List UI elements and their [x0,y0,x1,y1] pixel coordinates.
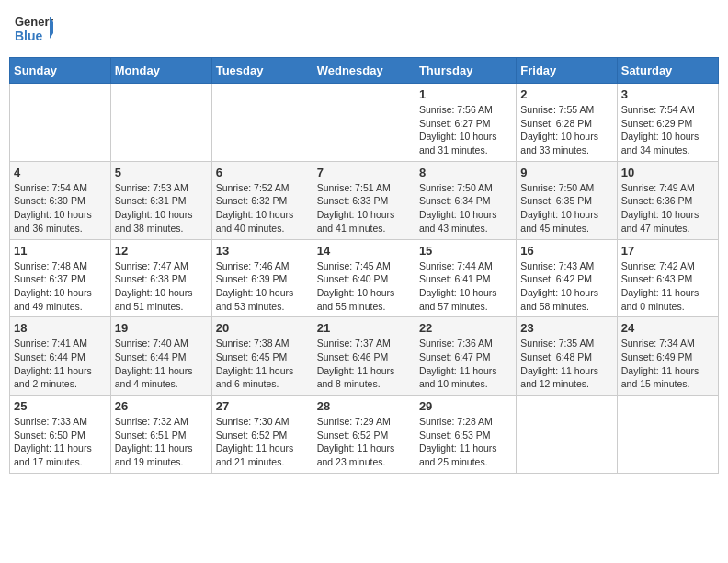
calendar-cell [211,84,313,162]
calendar-cell: 6Sunrise: 7:52 AM Sunset: 6:32 PM Daylig… [211,161,313,239]
day-info: Sunrise: 7:43 AM Sunset: 6:42 PM Dayligh… [520,259,612,314]
day-number: 4 [14,166,107,179]
calendar-week-row: 1Sunrise: 7:56 AM Sunset: 6:27 PM Daylig… [10,84,719,162]
day-info: Sunrise: 7:38 AM Sunset: 6:45 PM Dayligh… [216,337,309,391]
svg-text:Blue: Blue [15,29,43,43]
day-info: Sunrise: 7:50 AM Sunset: 6:35 PM Dayligh… [520,181,612,236]
day-number: 1 [419,87,512,101]
day-info: Sunrise: 7:56 AM Sunset: 6:27 PM Dayligh… [419,103,512,157]
day-number: 6 [216,166,309,179]
weekday-header: Monday [110,58,211,84]
day-info: Sunrise: 7:28 AM Sunset: 6:53 PM Dayligh… [419,415,512,469]
calendar-cell: 11Sunrise: 7:48 AM Sunset: 6:37 PM Dayli… [10,239,111,317]
calendar-cell: 9Sunrise: 7:50 AM Sunset: 6:35 PM Daylig… [517,161,617,239]
weekday-header: Sunday [10,58,111,84]
calendar-cell: 21Sunrise: 7:37 AM Sunset: 6:46 PM Dayli… [313,317,415,396]
calendar-cell: 13Sunrise: 7:46 AM Sunset: 6:39 PM Dayli… [211,239,313,317]
logo-svg: General Blue [13,9,53,50]
calendar-cell: 12Sunrise: 7:47 AM Sunset: 6:38 PM Dayli… [110,239,211,317]
day-number: 19 [115,321,208,335]
calendar-cell [517,396,617,474]
day-number: 26 [115,399,208,413]
day-info: Sunrise: 7:45 AM Sunset: 6:40 PM Dayligh… [317,259,411,314]
day-info: Sunrise: 7:48 AM Sunset: 6:37 PM Dayligh… [14,259,107,314]
day-info: Sunrise: 7:44 AM Sunset: 6:41 PM Dayligh… [419,259,512,314]
day-info: Sunrise: 7:29 AM Sunset: 6:52 PM Dayligh… [317,415,411,469]
day-info: Sunrise: 7:33 AM Sunset: 6:50 PM Dayligh… [14,415,107,469]
weekday-header: Tuesday [211,58,313,84]
day-number: 3 [621,87,714,101]
calendar-cell: 29Sunrise: 7:28 AM Sunset: 6:53 PM Dayli… [415,396,516,474]
svg-text:General: General [15,15,53,29]
day-number: 16 [520,244,612,258]
day-info: Sunrise: 7:41 AM Sunset: 6:44 PM Dayligh… [14,337,107,391]
day-info: Sunrise: 7:49 AM Sunset: 6:36 PM Dayligh… [621,181,714,236]
calendar-week-row: 18Sunrise: 7:41 AM Sunset: 6:44 PM Dayli… [10,317,719,396]
calendar-cell: 20Sunrise: 7:38 AM Sunset: 6:45 PM Dayli… [211,317,313,396]
calendar-cell: 7Sunrise: 7:51 AM Sunset: 6:33 PM Daylig… [313,161,415,239]
calendar-cell: 8Sunrise: 7:50 AM Sunset: 6:34 PM Daylig… [415,161,516,239]
calendar-cell [313,84,415,162]
calendar-cell: 17Sunrise: 7:42 AM Sunset: 6:43 PM Dayli… [617,239,718,317]
day-info: Sunrise: 7:55 AM Sunset: 6:28 PM Dayligh… [520,103,612,157]
day-info: Sunrise: 7:47 AM Sunset: 6:38 PM Dayligh… [115,259,208,314]
day-number: 22 [419,321,512,335]
day-info: Sunrise: 7:46 AM Sunset: 6:39 PM Dayligh… [216,259,309,314]
day-number: 2 [520,87,612,101]
day-number: 15 [419,244,512,258]
calendar-cell: 14Sunrise: 7:45 AM Sunset: 6:40 PM Dayli… [313,239,415,317]
calendar-cell: 26Sunrise: 7:32 AM Sunset: 6:51 PM Dayli… [110,396,211,474]
logo: General Blue [13,9,53,50]
day-number: 8 [419,166,512,179]
weekday-header: Wednesday [313,58,415,84]
day-info: Sunrise: 7:40 AM Sunset: 6:44 PM Dayligh… [115,337,208,391]
calendar-cell [617,396,718,474]
day-info: Sunrise: 7:35 AM Sunset: 6:48 PM Dayligh… [520,337,612,391]
calendar-cell: 5Sunrise: 7:53 AM Sunset: 6:31 PM Daylig… [110,161,211,239]
calendar-cell: 25Sunrise: 7:33 AM Sunset: 6:50 PM Dayli… [10,396,111,474]
weekday-header: Friday [517,58,617,84]
day-info: Sunrise: 7:54 AM Sunset: 6:29 PM Dayligh… [621,103,714,157]
page-header: General Blue [9,9,719,50]
calendar-cell: 16Sunrise: 7:43 AM Sunset: 6:42 PM Dayli… [517,239,617,317]
weekday-header: Thursday [415,58,516,84]
calendar-cell: 1Sunrise: 7:56 AM Sunset: 6:27 PM Daylig… [415,84,516,162]
day-number: 23 [520,321,612,335]
calendar-cell: 22Sunrise: 7:36 AM Sunset: 6:47 PM Dayli… [415,317,516,396]
weekday-header: Saturday [617,58,718,84]
calendar-cell [10,84,111,162]
day-info: Sunrise: 7:54 AM Sunset: 6:30 PM Dayligh… [14,181,107,236]
day-info: Sunrise: 7:52 AM Sunset: 6:32 PM Dayligh… [216,181,309,236]
day-number: 21 [317,321,411,335]
day-number: 12 [115,244,208,258]
calendar-cell: 10Sunrise: 7:49 AM Sunset: 6:36 PM Dayli… [617,161,718,239]
day-number: 17 [621,244,714,258]
day-number: 28 [317,399,411,413]
calendar-cell: 28Sunrise: 7:29 AM Sunset: 6:52 PM Dayli… [313,396,415,474]
day-number: 10 [621,166,714,179]
calendar-cell: 3Sunrise: 7:54 AM Sunset: 6:29 PM Daylig… [617,84,718,162]
day-number: 11 [14,244,107,258]
calendar-cell: 23Sunrise: 7:35 AM Sunset: 6:48 PM Dayli… [517,317,617,396]
calendar-week-row: 4Sunrise: 7:54 AM Sunset: 6:30 PM Daylig… [10,161,719,239]
calendar-cell: 15Sunrise: 7:44 AM Sunset: 6:41 PM Dayli… [415,239,516,317]
day-info: Sunrise: 7:53 AM Sunset: 6:31 PM Dayligh… [115,181,208,236]
calendar-cell: 18Sunrise: 7:41 AM Sunset: 6:44 PM Dayli… [10,317,111,396]
day-number: 7 [317,166,411,179]
day-number: 25 [14,399,107,413]
day-info: Sunrise: 7:51 AM Sunset: 6:33 PM Dayligh… [317,181,411,236]
calendar-week-row: 25Sunrise: 7:33 AM Sunset: 6:50 PM Dayli… [10,396,719,474]
day-info: Sunrise: 7:34 AM Sunset: 6:49 PM Dayligh… [621,337,714,391]
calendar-header-row: SundayMondayTuesdayWednesdayThursdayFrid… [10,58,719,84]
day-info: Sunrise: 7:36 AM Sunset: 6:47 PM Dayligh… [419,337,512,391]
calendar-cell: 2Sunrise: 7:55 AM Sunset: 6:28 PM Daylig… [517,84,617,162]
day-number: 29 [419,399,512,413]
day-number: 27 [216,399,309,413]
day-number: 24 [621,321,714,335]
calendar-cell: 27Sunrise: 7:30 AM Sunset: 6:52 PM Dayli… [211,396,313,474]
calendar-cell [110,84,211,162]
day-info: Sunrise: 7:42 AM Sunset: 6:43 PM Dayligh… [621,259,714,314]
calendar-cell: 4Sunrise: 7:54 AM Sunset: 6:30 PM Daylig… [10,161,111,239]
day-number: 5 [115,166,208,179]
day-info: Sunrise: 7:32 AM Sunset: 6:51 PM Dayligh… [115,415,208,469]
